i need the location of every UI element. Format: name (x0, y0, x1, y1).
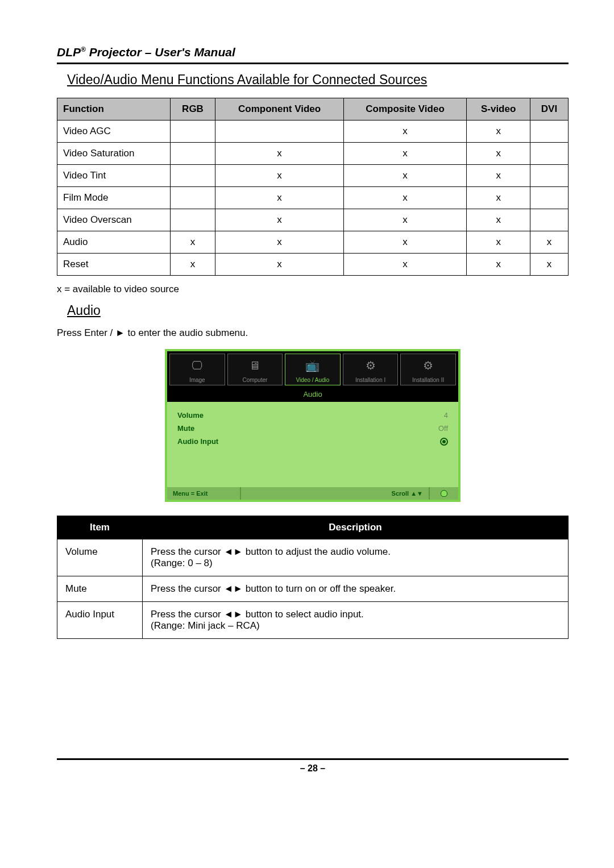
functions-table: Function RGB Component Video Composite V… (57, 98, 569, 276)
table-row: Video Tintxxx (57, 165, 569, 187)
section-heading-functions: Video/Audio Menu Functions Available for… (67, 72, 569, 88)
function-support-cell: x (467, 254, 530, 276)
osd-footer-left: Menu = Exit (167, 487, 241, 500)
osd-footer: Menu = Exit Scroll ▲▼ (167, 487, 458, 500)
function-support-cell: x (530, 254, 569, 276)
osd-tab-label: Image (189, 377, 205, 383)
osd-tab-icon: ⚙ (423, 354, 433, 377)
function-support-cell: x (467, 231, 530, 254)
osd-row[interactable]: Volume4 (177, 409, 448, 422)
osd-screenshot-wrap: 🖵Image🖥Computer📺Video / Audio⚙Installati… (57, 349, 569, 516)
table-row: Video Saturationxxx (57, 143, 569, 165)
description-cell: Press the cursor ◄► button to adjust the… (143, 539, 569, 576)
function-support-cell (530, 209, 569, 231)
osd-tab[interactable]: 📺Video / Audio (285, 354, 341, 385)
section-heading-audio: Audio (67, 303, 569, 318)
osd-footer-help (430, 487, 458, 500)
function-support-cell (530, 121, 569, 143)
item-cell: Mute (57, 576, 143, 602)
header-divider (57, 63, 569, 64)
function-support-cell: x (215, 254, 343, 276)
table-row: Audioxxxxx (57, 231, 569, 254)
function-support-cell: x (215, 187, 343, 209)
function-support-cell: x (343, 209, 466, 231)
table-row: Video AGCxx (57, 121, 569, 143)
function-support-cell (530, 143, 569, 165)
function-support-cell (530, 187, 569, 209)
function-support-cell (170, 143, 215, 165)
osd-tab[interactable]: 🖵Image (169, 354, 225, 385)
osd-tab-icon: 🖵 (192, 354, 203, 377)
radio-icon (440, 438, 448, 446)
function-support-cell: x (530, 231, 569, 254)
description-cell: Press the cursor ◄► button to turn on or… (143, 576, 569, 602)
function-support-cell (530, 165, 569, 187)
col-item: Item (57, 516, 143, 539)
osd-body: Volume4MuteOffAudio Input (167, 402, 458, 487)
item-cell: Volume (57, 539, 143, 576)
osd-row-label: Audio Input (177, 437, 218, 446)
function-support-cell: x (467, 187, 530, 209)
table-row: Resetxxxxx (57, 254, 569, 276)
osd-tab[interactable]: ⚙Installation I (343, 354, 399, 385)
col-dvi: DVI (530, 98, 569, 121)
osd-tab-icon: 📺 (305, 354, 320, 377)
table-row: VolumePress the cursor ◄► button to adju… (57, 539, 569, 576)
osd-menu: 🖵Image🖥Computer📺Video / Audio⚙Installati… (165, 349, 460, 502)
bulb-icon (441, 490, 447, 497)
function-support-cell: x (467, 209, 530, 231)
osd-tab[interactable]: ⚙Installation II (400, 354, 456, 385)
osd-row[interactable]: MuteOff (177, 422, 448, 435)
description-table-header-row: Item Description (57, 516, 569, 539)
functions-table-header-row: Function RGB Component Video Composite V… (57, 98, 569, 121)
col-component-video: Component Video (215, 98, 343, 121)
osd-tab-bar: 🖵Image🖥Computer📺Video / Audio⚙Installati… (167, 351, 458, 388)
osd-row-value: 4 (444, 411, 448, 420)
function-support-cell: x (343, 187, 466, 209)
function-support-cell: x (467, 121, 530, 143)
function-support-cell (170, 121, 215, 143)
footer-divider (57, 758, 569, 760)
function-support-cell: x (215, 231, 343, 254)
function-support-cell: x (467, 165, 530, 187)
table-row: Video Overscanxxx (57, 209, 569, 231)
function-name-cell: Film Mode (57, 187, 171, 209)
osd-tab-icon: ⚙ (366, 354, 376, 377)
function-name-cell: Video Tint (57, 165, 171, 187)
osd-row[interactable]: Audio Input (177, 435, 448, 448)
doc-header: DLP® Projector – User's Manual (57, 45, 569, 59)
col-rgb: RGB (170, 98, 215, 121)
function-support-cell: x (343, 254, 466, 276)
function-support-cell: x (215, 143, 343, 165)
function-support-cell: x (343, 143, 466, 165)
osd-row-value: Off (438, 424, 448, 433)
col-description: Description (143, 516, 569, 539)
function-support-cell: x (170, 231, 215, 254)
function-support-cell: x (343, 231, 466, 254)
osd-footer-scroll: Scroll ▲▼ (241, 487, 430, 500)
function-support-cell: x (215, 165, 343, 187)
description-cell: Press the cursor ◄► button to select aud… (143, 602, 569, 639)
function-support-cell: x (343, 121, 466, 143)
function-support-cell (215, 121, 343, 143)
function-support-cell (170, 187, 215, 209)
osd-tab[interactable]: 🖥Computer (227, 354, 283, 385)
function-support-cell: x (215, 209, 343, 231)
page-number: – 28 – (57, 763, 569, 774)
table-row: Film Modexxx (57, 187, 569, 209)
table-row: MutePress the cursor ◄► button to turn o… (57, 576, 569, 602)
osd-tab-label: Video / Audio (296, 377, 330, 383)
function-name-cell: Audio (57, 231, 171, 254)
item-cell: Audio Input (57, 602, 143, 639)
function-name-cell: Video AGC (57, 121, 171, 143)
function-support-cell (170, 209, 215, 231)
col-function: Function (57, 98, 171, 121)
function-support-cell: x (343, 165, 466, 187)
osd-tab-label: Installation I (355, 377, 385, 383)
osd-tab-icon: 🖥 (249, 354, 260, 377)
brand-name: DLP (57, 45, 81, 59)
osd-submenu-title: Audio (167, 388, 458, 402)
function-support-cell: x (170, 254, 215, 276)
document-page: DLP® Projector – User's Manual Video/Aud… (0, 0, 614, 796)
function-name-cell: Video Overscan (57, 209, 171, 231)
